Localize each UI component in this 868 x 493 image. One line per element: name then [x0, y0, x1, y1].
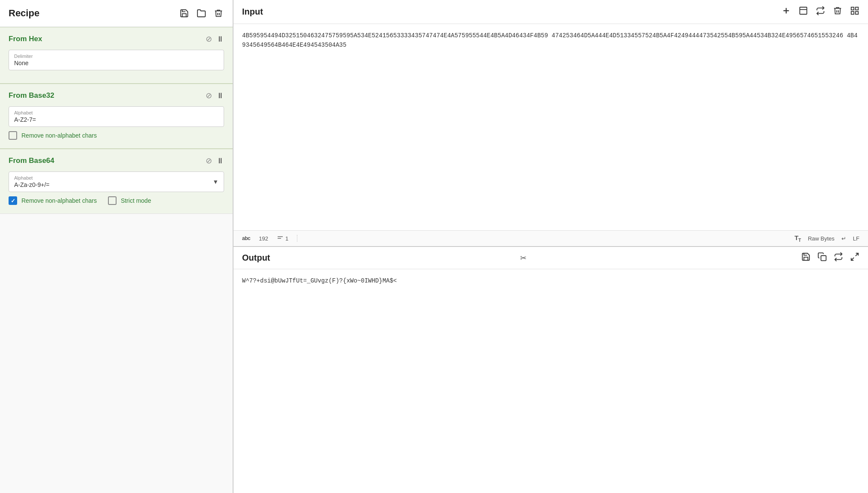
- pause-icon: ⏸: [216, 156, 224, 165]
- input-text-area[interactable]: 4B595954494D3251504632475759595A534E5241…: [233, 24, 868, 230]
- base64-options-row: Remove non-alphabet chars Strict mode: [9, 196, 224, 205]
- chevron-down-icon: ▼: [213, 178, 218, 185]
- expand-icon: [850, 252, 859, 262]
- open-button[interactable]: [196, 8, 207, 19]
- from-base32-block: From Base32 ⊘ ⏸ Alphabet A-Z2-7= Remove …: [0, 83, 233, 148]
- base64-remove-checkbox[interactable]: [9, 196, 17, 205]
- delimiter-field: Delimiter None: [9, 50, 224, 70]
- pause-icon: ⏸: [216, 91, 224, 100]
- output-section: Output ✂: [233, 247, 868, 493]
- folder-icon: [197, 9, 206, 18]
- from-base64-title: From Base64: [9, 156, 206, 165]
- text-format-icon: TT: [794, 234, 801, 243]
- line-ending-icon: ↵: [841, 235, 846, 242]
- input-footer: abc 192 1 TT Raw Bytes ↵ LF: [233, 230, 868, 246]
- input-delete-button[interactable]: [833, 6, 842, 18]
- input-swap-button[interactable]: [816, 6, 825, 18]
- swap-icon: [834, 252, 843, 262]
- svg-rect-2: [800, 7, 807, 15]
- no-entry-icon: ⊘: [206, 156, 212, 165]
- line-count: 1: [285, 235, 288, 242]
- layout-icon: [850, 6, 859, 15]
- input-title: Input: [242, 7, 781, 17]
- output-text: W^7?+dsi@bUwJTfUt=_GUvgz(F)?{xWo~0IWHD}M…: [242, 277, 397, 284]
- output-toolbar: [801, 252, 859, 264]
- save-button[interactable]: [179, 8, 190, 19]
- recipe-empty-area: [0, 213, 233, 493]
- base64-remove-label: Remove non-alphabet chars: [21, 197, 97, 204]
- swap-icon: [816, 6, 825, 15]
- pane-icon: [799, 6, 808, 15]
- trash-icon: [214, 9, 223, 18]
- input-add-button[interactable]: [781, 6, 791, 18]
- output-save-button[interactable]: [801, 252, 811, 264]
- from-base32-header: From Base32 ⊘ ⏸: [9, 91, 224, 100]
- pause-icon: ⏸: [216, 35, 224, 44]
- save-icon: [801, 252, 811, 262]
- base32-remove-row: Remove non-alphabet chars: [9, 131, 224, 140]
- from-base64-header: From Base64 ⊘ ⏸: [9, 156, 224, 165]
- delimiter-value: None: [14, 60, 218, 66]
- trash-icon: [833, 6, 842, 15]
- base64-alphabet-value: A-Za-z0-9+/=: [14, 181, 49, 188]
- recipe-header: Recipe: [0, 0, 233, 27]
- recipe-title: Recipe: [9, 8, 179, 19]
- recipe-toolbar: [179, 8, 224, 19]
- input-toolbar: [781, 6, 859, 18]
- base64-alphabet-field[interactable]: Alphabet A-Za-z0-9+/= ▼: [9, 171, 224, 192]
- right-panel: Input: [233, 0, 868, 493]
- svg-rect-7: [851, 12, 854, 14]
- base32-remove-checkbox[interactable]: [9, 131, 17, 140]
- base64-strict-label: Strict mode: [121, 197, 151, 204]
- input-layout-button[interactable]: [850, 6, 859, 18]
- left-panel: Recipe: [0, 0, 233, 493]
- raw-bytes-label: Raw Bytes: [808, 235, 835, 242]
- from-base64-block: From Base64 ⊘ ⏸ Alphabet A-Za-z0-9+/= ▼ …: [0, 148, 233, 213]
- input-footer-right: TT Raw Bytes ↵ LF: [794, 234, 859, 243]
- char-count: 192: [259, 235, 268, 242]
- base64-strict-checkbox[interactable]: [108, 196, 117, 205]
- svg-rect-5: [856, 7, 858, 10]
- base32-alphabet-value: A-Z2-7=: [14, 116, 218, 123]
- no-entry-icon: ⊘: [206, 34, 212, 44]
- svg-rect-10: [821, 256, 826, 261]
- delimiter-label: Delimiter: [14, 54, 218, 59]
- from-base32-controls: ⊘ ⏸: [206, 91, 224, 100]
- output-header: Output ✂: [233, 247, 868, 269]
- input-pane-button[interactable]: [799, 6, 808, 18]
- abc-badge: abc: [242, 235, 250, 241]
- output-expand-button[interactable]: [850, 252, 859, 264]
- from-base32-disable-button[interactable]: ⊘: [206, 91, 212, 100]
- svg-line-12: [851, 258, 854, 260]
- wand-icon[interactable]: ✂: [520, 253, 527, 263]
- from-hex-pause-button[interactable]: ⏸: [216, 35, 224, 44]
- base32-alphabet-field: Alphabet A-Z2-7=: [9, 106, 224, 127]
- from-hex-title: From Hex: [9, 35, 206, 43]
- save-icon: [180, 9, 189, 18]
- base64-alphabet-label: Alphabet: [14, 175, 49, 180]
- plus-icon: [781, 6, 791, 15]
- base32-alphabet-label: Alphabet: [14, 110, 218, 115]
- from-base32-title: From Base32: [9, 91, 206, 100]
- from-base64-disable-button[interactable]: ⊘: [206, 156, 212, 165]
- from-hex-disable-button[interactable]: ⊘: [206, 34, 212, 44]
- from-base64-controls: ⊘ ⏸: [206, 156, 224, 165]
- svg-rect-4: [851, 7, 854, 10]
- output-copy-button[interactable]: [817, 252, 827, 264]
- svg-line-11: [856, 253, 858, 256]
- from-base32-pause-button[interactable]: ⏸: [216, 91, 224, 100]
- input-section: Input: [233, 0, 868, 247]
- line-ending-label: LF: [853, 235, 859, 242]
- line-icon: 1: [277, 235, 288, 242]
- copy-icon: [817, 252, 827, 262]
- input-header: Input: [233, 0, 868, 24]
- delete-recipe-button[interactable]: [213, 8, 224, 19]
- from-hex-header: From Hex ⊘ ⏸: [9, 34, 224, 44]
- output-text-area: W^7?+dsi@bUwJTfUt=_GUvgz(F)?{xWo~0IWHD}M…: [233, 269, 868, 493]
- base32-remove-label: Remove non-alphabet chars: [21, 132, 97, 139]
- from-hex-controls: ⊘ ⏸: [206, 34, 224, 44]
- from-base64-pause-button[interactable]: ⏸: [216, 156, 224, 165]
- output-swap-button[interactable]: [834, 252, 843, 264]
- svg-rect-6: [856, 12, 858, 14]
- input-text: 4B595954494D3251504632475759595A534E5241…: [242, 32, 858, 48]
